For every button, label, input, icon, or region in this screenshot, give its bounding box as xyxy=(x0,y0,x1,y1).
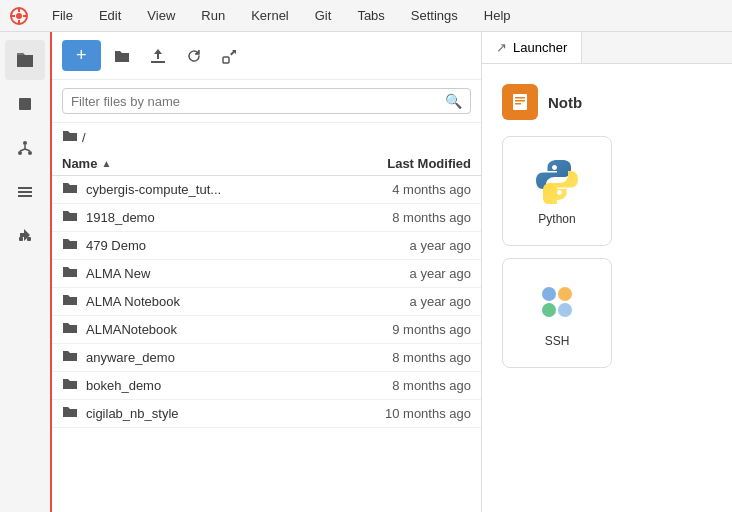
table-row[interactable]: ALMA Notebooka year ago xyxy=(52,288,481,316)
svg-point-8 xyxy=(23,141,27,145)
search-container: 🔍 xyxy=(52,80,481,123)
plus-icon: + xyxy=(76,45,87,66)
modified-column-header[interactable]: Last Modified xyxy=(341,156,471,171)
ssh-icon xyxy=(533,278,581,326)
upload-folder-button[interactable] xyxy=(107,41,137,71)
svg-rect-17 xyxy=(19,237,23,241)
folder-row-icon xyxy=(62,209,78,226)
folder-row-icon xyxy=(62,237,78,254)
file-name-cell: 479 Demo xyxy=(86,238,341,253)
icon-sidebar xyxy=(0,32,52,512)
ssh-card-label: SSH xyxy=(545,334,570,348)
svg-rect-15 xyxy=(18,191,32,193)
svg-point-10 xyxy=(28,151,32,155)
search-input[interactable] xyxy=(71,94,445,109)
search-icon: 🔍 xyxy=(445,93,462,109)
table-row[interactable]: bokeh_demo8 months ago xyxy=(52,372,481,400)
table-row[interactable]: ALMANotebook9 months ago xyxy=(52,316,481,344)
menu-tabs[interactable]: Tabs xyxy=(353,6,388,25)
launcher-section-text: Notb xyxy=(548,94,582,111)
file-table-header: Name ▲ Last Modified xyxy=(52,152,481,176)
launcher-panel: ↗ Launcher Notb xyxy=(482,32,732,512)
svg-rect-25 xyxy=(515,103,521,105)
table-row[interactable]: 1918_demo8 months ago xyxy=(52,204,481,232)
breadcrumb-folder-icon xyxy=(62,129,78,146)
sidebar-stop-button[interactable] xyxy=(5,84,45,124)
folder-row-icon xyxy=(62,349,78,366)
folder-row-icon xyxy=(62,181,78,198)
main-layout: + xyxy=(0,32,732,512)
sidebar-files-button[interactable] xyxy=(5,40,45,80)
svg-point-26 xyxy=(542,287,556,301)
table-row[interactable]: ALMA Newa year ago xyxy=(52,260,481,288)
file-name-cell: cybergis-compute_tut... xyxy=(86,182,341,197)
file-date-cell: 4 months ago xyxy=(341,182,471,197)
launcher-content: Notb xyxy=(482,64,732,512)
new-button[interactable]: + xyxy=(62,40,101,71)
ssh-card[interactable]: SSH xyxy=(502,258,612,368)
launcher-cards: Python SSH xyxy=(502,136,712,368)
file-name-cell: ALMANotebook xyxy=(86,322,341,337)
svg-rect-24 xyxy=(515,100,525,102)
launcher-tab-bar: ↗ Launcher xyxy=(482,32,732,64)
upload-file-button[interactable] xyxy=(143,41,173,71)
table-row[interactable]: cybergis-compute_tut...4 months ago xyxy=(52,176,481,204)
breadcrumb-path: / xyxy=(82,130,86,145)
folder-row-icon xyxy=(62,321,78,338)
sidebar-extensions-button[interactable] xyxy=(5,216,45,256)
svg-point-1 xyxy=(16,13,22,19)
menu-run[interactable]: Run xyxy=(197,6,229,25)
svg-rect-16 xyxy=(18,195,32,197)
file-name-cell: cigilab_nb_style xyxy=(86,406,341,421)
sidebar-git-button[interactable] xyxy=(5,128,45,168)
launcher-tab-label: Launcher xyxy=(513,40,567,55)
file-date-cell: a year ago xyxy=(341,266,471,281)
file-date-cell: a year ago xyxy=(341,294,471,309)
file-date-cell: 8 months ago xyxy=(341,210,471,225)
file-table: cybergis-compute_tut...4 months ago1918_… xyxy=(52,176,481,512)
search-box[interactable]: 🔍 xyxy=(62,88,471,114)
menu-kernel[interactable]: Kernel xyxy=(247,6,293,25)
git-clone-button[interactable] xyxy=(215,41,245,71)
python-card[interactable]: Python xyxy=(502,136,612,246)
table-row[interactable]: cigilab_nb_style10 months ago xyxy=(52,400,481,428)
refresh-button[interactable] xyxy=(179,41,209,71)
file-date-cell: 10 months ago xyxy=(341,406,471,421)
svg-rect-21 xyxy=(223,57,229,63)
folder-row-icon xyxy=(62,265,78,282)
svg-line-12 xyxy=(20,149,25,151)
file-toolbar: + xyxy=(52,32,481,80)
menubar: File Edit View Run Kernel Git Tabs Setti… xyxy=(0,0,732,32)
file-date-cell: 9 months ago xyxy=(341,322,471,337)
file-name-cell: anyware_demo xyxy=(86,350,341,365)
svg-rect-14 xyxy=(18,187,32,189)
file-date-cell: 8 months ago xyxy=(341,378,471,393)
menu-settings[interactable]: Settings xyxy=(407,6,462,25)
menu-help[interactable]: Help xyxy=(480,6,515,25)
file-date-cell: a year ago xyxy=(341,238,471,253)
svg-point-28 xyxy=(542,303,556,317)
menu-view[interactable]: View xyxy=(143,6,179,25)
menu-edit[interactable]: Edit xyxy=(95,6,125,25)
svg-rect-18 xyxy=(27,237,31,241)
sidebar-list-button[interactable] xyxy=(5,172,45,212)
svg-rect-19 xyxy=(115,53,129,62)
file-name-cell: 1918_demo xyxy=(86,210,341,225)
app-logo xyxy=(8,5,30,27)
notebook-section-icon xyxy=(502,84,538,120)
file-name-cell: bokeh_demo xyxy=(86,378,341,393)
menu-file[interactable]: File xyxy=(48,6,77,25)
folder-row-icon xyxy=(62,405,78,422)
breadcrumb: / xyxy=(52,123,481,152)
table-row[interactable]: 479 Demoa year ago xyxy=(52,232,481,260)
menu-git[interactable]: Git xyxy=(311,6,336,25)
svg-rect-22 xyxy=(513,94,527,110)
svg-line-13 xyxy=(25,149,30,151)
file-date-cell: 8 months ago xyxy=(341,350,471,365)
svg-rect-6 xyxy=(17,55,33,67)
launcher-tab[interactable]: ↗ Launcher xyxy=(482,32,582,63)
table-row[interactable]: anyware_demo8 months ago xyxy=(52,344,481,372)
sort-arrow-icon: ▲ xyxy=(101,158,111,169)
name-column-header[interactable]: Name ▲ xyxy=(62,156,341,171)
folder-row-icon xyxy=(62,293,78,310)
